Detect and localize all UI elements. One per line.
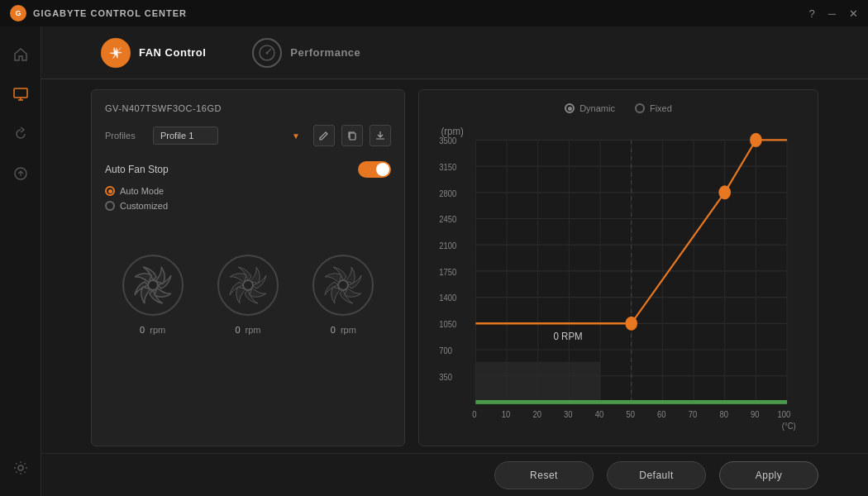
- svg-text:90: 90: [751, 409, 760, 419]
- export-profile-button[interactable]: [370, 125, 391, 146]
- app-logo: G: [10, 5, 26, 21]
- svg-text:20: 20: [532, 409, 541, 419]
- dynamic-mode-radio[interactable]: [565, 103, 575, 113]
- left-panel: GV-N407TSWF3OC-16GD Profiles Profile 1 ▼: [91, 89, 405, 446]
- svg-text:3150: 3150: [439, 162, 456, 172]
- auto-fan-stop-label: Auto Fan Stop: [105, 164, 169, 175]
- fans-area: 0 rpm: [105, 236, 391, 335]
- sidebar-item-sync[interactable]: [6, 159, 36, 188]
- profile-select-wrapper[interactable]: Profile 1 ▼: [153, 126, 307, 145]
- tab-performance-label: Performance: [290, 46, 360, 59]
- auto-fan-stop-row: Auto Fan Stop: [105, 161, 391, 178]
- svg-text:60: 60: [657, 409, 666, 419]
- svg-point-68: [719, 186, 730, 198]
- auto-mode-option[interactable]: Auto Mode: [105, 186, 391, 196]
- svg-text:2100: 2100: [439, 241, 456, 250]
- customized-label: Customized: [120, 201, 168, 211]
- svg-rect-0: [14, 88, 27, 98]
- svg-text:40: 40: [595, 409, 604, 419]
- fan-rpm-1: 0 rpm: [140, 325, 165, 335]
- tab-fan-control-label: FAN Control: [139, 46, 206, 59]
- chart-header: Dynamic Fixed: [432, 103, 804, 113]
- chart-container[interactable]: (rpm): [432, 120, 804, 432]
- navbar: FAN Control Performance: [41, 26, 868, 79]
- svg-text:10: 10: [502, 409, 511, 419]
- fan-curve-chart[interactable]: (rpm): [432, 120, 804, 432]
- svg-text:700: 700: [439, 346, 452, 355]
- svg-text:(°C): (°C): [782, 422, 796, 432]
- close-button[interactable]: ✕: [849, 7, 858, 20]
- svg-rect-6: [350, 133, 355, 140]
- dynamic-mode-option[interactable]: Dynamic: [565, 103, 615, 113]
- fan-icon-2: [215, 252, 281, 318]
- profiles-row: Profiles Profile 1 ▼: [105, 125, 391, 146]
- svg-text:50: 50: [626, 409, 635, 419]
- edit-profile-button[interactable]: [313, 125, 335, 146]
- titlebar-controls: ? ─ ✕: [809, 7, 858, 20]
- copy-profile-button[interactable]: [341, 125, 363, 146]
- svg-point-7: [123, 255, 183, 315]
- svg-text:1400: 1400: [439, 293, 456, 303]
- svg-text:350: 350: [439, 372, 452, 382]
- minimize-button[interactable]: ─: [828, 7, 836, 20]
- svg-text:100: 100: [778, 409, 791, 419]
- svg-rect-61: [475, 400, 787, 404]
- reset-button[interactable]: Reset: [494, 461, 594, 489]
- fan-unit-3: 0 rpm: [310, 252, 376, 335]
- auto-mode-radio[interactable]: [105, 186, 115, 196]
- titlebar-left: G GIGABYTE CONTROL CENTER: [10, 5, 187, 21]
- default-button[interactable]: Default: [607, 461, 706, 489]
- help-button[interactable]: ?: [809, 7, 815, 20]
- auto-fan-stop-toggle[interactable]: [358, 161, 391, 178]
- svg-text:70: 70: [689, 409, 698, 419]
- sidebar-item-updates[interactable]: [6, 119, 36, 149]
- svg-point-11: [313, 255, 373, 315]
- titlebar: G GIGABYTE CONTROL CENTER ? ─ ✕: [0, 0, 868, 26]
- dynamic-mode-label: Dynamic: [579, 103, 615, 113]
- auto-mode-label: Auto Mode: [120, 186, 164, 196]
- svg-text:1750: 1750: [439, 267, 456, 277]
- main-content: GV-N407TSWF3OC-16GD Profiles Profile 1 ▼: [41, 79, 868, 453]
- fan-icon-3: [310, 252, 376, 318]
- sidebar-item-display[interactable]: [6, 79, 36, 109]
- chevron-down-icon: ▼: [292, 131, 300, 141]
- fixed-mode-option[interactable]: Fixed: [635, 103, 672, 113]
- fan-unit-1: 0 rpm: [120, 252, 186, 335]
- device-name: GV-N407TSWF3OC-16GD: [105, 103, 391, 113]
- fan-control-icon: [101, 38, 131, 68]
- fixed-mode-label: Fixed: [650, 103, 672, 113]
- profile-select[interactable]: Profile 1: [153, 126, 218, 145]
- tab-fan-control[interactable]: FAN Control: [91, 31, 216, 74]
- svg-text:0 RPM: 0 RPM: [554, 330, 583, 342]
- app-title: GIGABYTE CONTROL CENTER: [33, 8, 187, 18]
- right-panel: Dynamic Fixed (rpm): [418, 89, 818, 446]
- svg-text:1050: 1050: [439, 320, 456, 330]
- bottom-bar: Reset Default Apply: [41, 453, 868, 496]
- svg-point-2: [18, 465, 23, 470]
- svg-text:80: 80: [719, 409, 728, 419]
- apply-button[interactable]: Apply: [719, 461, 818, 489]
- performance-icon: [252, 38, 282, 68]
- tab-performance[interactable]: Performance: [242, 31, 370, 74]
- svg-point-67: [626, 317, 637, 330]
- fan-rpm-2: 0 rpm: [235, 325, 260, 335]
- svg-text:3500: 3500: [439, 136, 456, 146]
- fan-unit-2: 0 rpm: [215, 252, 281, 335]
- profiles-label: Profiles: [105, 131, 146, 141]
- svg-point-5: [266, 51, 269, 54]
- fixed-mode-radio[interactable]: [635, 103, 645, 113]
- svg-text:0: 0: [472, 409, 477, 419]
- sidebar-item-home[interactable]: [6, 40, 36, 69]
- customized-option[interactable]: Customized: [105, 201, 391, 211]
- svg-point-9: [218, 255, 278, 315]
- fan-rpm-3: 0 rpm: [331, 325, 356, 335]
- fan-icon-1: [120, 252, 186, 318]
- svg-point-69: [751, 134, 761, 146]
- sidebar: [0, 26, 41, 496]
- svg-text:30: 30: [564, 409, 573, 419]
- customized-radio[interactable]: [105, 201, 115, 211]
- svg-text:2800: 2800: [439, 188, 456, 198]
- sidebar-item-settings[interactable]: [6, 453, 36, 483]
- svg-text:2450: 2450: [439, 215, 456, 225]
